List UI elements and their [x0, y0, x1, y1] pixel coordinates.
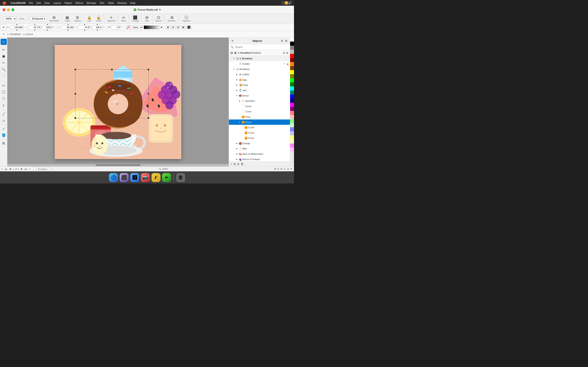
tree-expand-egg[interactable]: ▶ [235, 79, 238, 81]
tree-item-grapes[interactable]: ▶ 🍇 Bunch of Grapes [229, 157, 290, 161]
transform-icon5[interactable]: ⬛ [186, 25, 191, 29]
fill-tool[interactable]: 🪣 [1, 132, 7, 138]
search-input[interactable] [235, 46, 288, 49]
fill-dropdown-icon[interactable]: ▾ [161, 26, 162, 29]
ellipse-tool[interactable]: ◯ [1, 89, 7, 95]
palette-swatch-black[interactable] [290, 42, 294, 46]
panel-layers-icon[interactable]: ⊞ [285, 39, 287, 42]
tree-expand-milk[interactable]: ▶ [235, 148, 238, 150]
dock-finder[interactable]: 🔵 [109, 173, 118, 182]
h-input[interactable] [78, 25, 91, 29]
blend-tool[interactable]: ⊃ [1, 118, 7, 124]
tree-item-curve3[interactable]: 🟠 Curve [229, 125, 290, 130]
page-tab[interactable]: 1: Breakfast [33, 167, 50, 171]
menu-edit[interactable]: Edit [36, 1, 41, 4]
menu-view[interactable]: View [44, 1, 50, 4]
tree-expand-breakfast-group[interactable]: ▼ [233, 68, 235, 70]
palette-swatch-lightmagenta[interactable] [290, 143, 294, 148]
guides-eye-icon[interactable]: 👁 [283, 63, 285, 65]
alignment-button[interactable]: ≡ Alignment [105, 15, 117, 23]
transform-icon4[interactable]: ⊠ [181, 25, 185, 29]
w-up-arrow[interactable]: ▲ [34, 24, 36, 25]
page-prev-btn[interactable]: ◀ [9, 167, 11, 170]
dock-fidelia[interactable]: 𝑭 [151, 173, 160, 182]
objects-tree[interactable]: ▼ ⊟ 1: Breakfast ✥ Guides 👁 🔒 [229, 56, 290, 161]
interactive-tool[interactable]: ⊞ [1, 140, 7, 146]
menu-object[interactable]: Object [64, 1, 72, 4]
tree-item-milk[interactable]: ▶ 🥛 Milk [229, 146, 290, 151]
rotation-input[interactable] [111, 25, 121, 29]
breadcrumb-donut[interactable]: ▭ Donut [23, 33, 33, 36]
obj-settings-gear-icon[interactable]: ⚙ [283, 51, 285, 54]
y-up-arrow[interactable]: ▲ [67, 24, 69, 25]
tree-expand-orange[interactable]: ▶ [235, 142, 238, 144]
w-pct-input[interactable] [42, 25, 52, 29]
get-more-button[interactable]: ⊞ Get More... [166, 15, 178, 23]
lock-button[interactable]: 🔒 Lock [85, 15, 94, 23]
palette-swatch-darkred[interactable] [290, 58, 294, 62]
palette-swatch-green[interactable] [290, 82, 294, 86]
y-input[interactable] [61, 25, 75, 29]
ungroup-button[interactable]: ⊞ Ungroup [72, 15, 83, 23]
apple-menu[interactable]: 🍎 [2, 1, 7, 5]
menu-help[interactable]: Help [130, 1, 136, 4]
palette-swatch-white[interactable] [290, 38, 294, 42]
palette-swatch-lightgreen[interactable] [290, 119, 294, 123]
freehand-tool[interactable]: ✏ [1, 47, 7, 53]
transform-icon2[interactable]: ⊡ [171, 25, 175, 29]
menu-table[interactable]: Table [108, 1, 114, 4]
fill-color-box[interactable] [126, 25, 130, 29]
tree-item-egg[interactable]: ▶ 🥚 Egg [229, 77, 290, 82]
handle-bottom-left[interactable] [75, 117, 76, 119]
palette-swatch-orange[interactable] [290, 62, 294, 66]
tree-item-icing[interactable]: 🟠 Icing [229, 114, 290, 119]
inspectors-button[interactable]: ⓘ Inspectors [181, 15, 192, 23]
tree-item-jam[interactable]: ▶ 🫙 Jam [229, 88, 290, 93]
panel-add-button[interactable]: + [231, 162, 232, 166]
dock-trash[interactable]: 🗑 [176, 173, 185, 182]
connector-tool[interactable]: ╱ [1, 111, 7, 117]
menu-file[interactable]: File [29, 1, 33, 4]
dock-camera[interactable]: 📷 [141, 173, 150, 182]
w-input[interactable] [28, 25, 42, 29]
tree-item-donut-selected[interactable]: ▼ 🟠 Donut [229, 119, 290, 125]
status-more-btn[interactable]: ••• [283, 168, 286, 170]
status-right-icon2[interactable]: ⊡ [277, 167, 279, 170]
tree-expand-donut-group[interactable]: ▼ [235, 95, 238, 97]
palette-swatch-lightyellow[interactable] [290, 135, 294, 140]
app-name[interactable]: CorelDRAW [11, 1, 26, 4]
mirror-button[interactable]: ⇔ Mirror [119, 15, 128, 23]
wpct-up-arrow[interactable]: ▲ [47, 24, 48, 25]
tree-item-curve4[interactable]: 🟠 Curve [229, 130, 290, 135]
tree-expand-toast[interactable]: ▶ [235, 84, 238, 86]
palette-swatch-silver[interactable] [290, 50, 294, 54]
x-input[interactable] [10, 25, 24, 29]
palette-swatch-brown[interactable] [290, 66, 294, 70]
handle-top-right[interactable] [148, 69, 149, 70]
page-first-btn[interactable]: ⏮ [4, 168, 8, 170]
guides-lock-icon[interactable]: 🔒 [286, 63, 289, 65]
palette-swatch-paleblue[interactable] [290, 131, 294, 135]
palette-swatch-lightblue[interactable] [290, 127, 294, 131]
status-icon5[interactable]: ⚙ [290, 167, 292, 170]
status-icon4[interactable]: ◎ [287, 167, 289, 170]
tree-expand-breakfast-section[interactable]: ▼ [233, 58, 235, 59]
h-pct-input[interactable] [92, 25, 102, 29]
obj-settings-layers-icon[interactable]: ⊞ [286, 51, 288, 54]
tree-item-sprinkles[interactable]: ▶ ✦ Sprinkles [229, 98, 290, 104]
fill-type-select[interactable]: None Solid [131, 25, 143, 29]
snap-to-button[interactable]: ⊡ Snap To [154, 15, 164, 23]
palette-swatch-purple[interactable] [290, 107, 294, 111]
tree-item-curve2[interactable]: ⌒ Curve [229, 109, 290, 114]
zoom-select[interactable]: 400% 200% 100% [3, 17, 17, 21]
panel-arrange-button[interactable]: ⊟ [237, 162, 240, 166]
handle-top-left[interactable] [75, 69, 76, 70]
arrange-button[interactable]: ⬛ Arrange [130, 15, 140, 23]
handle-middle-left[interactable] [75, 93, 76, 95]
tree-item-guides[interactable]: ✥ Guides 👁 🔒 [229, 61, 290, 67]
page-add-btn[interactable]: + [29, 168, 31, 170]
group-button[interactable]: ▦ Group [63, 15, 72, 23]
tree-item-toast[interactable]: ▶ 🍞 Toast [229, 82, 290, 88]
tree-item-donut-group[interactable]: ▼ 🍩 Donut [229, 93, 290, 98]
close-button[interactable] [2, 8, 5, 11]
